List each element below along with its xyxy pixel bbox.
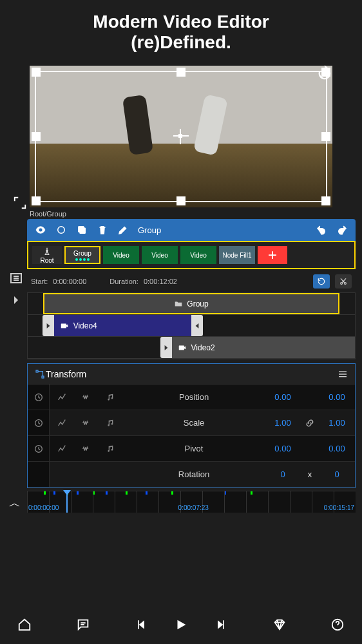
property-label: Scale [123, 418, 265, 428]
center-target-icon [173, 129, 189, 144]
value-x[interactable]: 0.00 [265, 444, 301, 453]
track-row-video2: Video2 [28, 337, 355, 359]
breadcrumb: Root/Group [0, 207, 362, 219]
layer-thumb-video-2[interactable]: Video [142, 246, 178, 264]
transform-anchor-icon[interactable] [34, 368, 46, 380]
clip-video2[interactable]: Video2 [172, 337, 355, 358]
wave-icon[interactable] [74, 444, 99, 454]
value-y[interactable]: 0.00 [319, 392, 355, 402]
svg-rect-2 [79, 227, 84, 232]
undo-icon[interactable] [316, 224, 327, 236]
wave-icon[interactable] [74, 418, 99, 428]
property-label: Position [123, 392, 265, 402]
track-row-group: Group [28, 293, 355, 315]
keyframe-toggle[interactable] [28, 410, 50, 435]
resize-handle-tl[interactable] [32, 68, 41, 77]
layer-thumb-nodefill[interactable]: Node Fill1 [219, 246, 255, 264]
keyframe-toggle[interactable] [28, 384, 50, 410]
track-row-video4: Video4 [28, 315, 355, 337]
svg-rect-8 [36, 370, 38, 372]
layer-thumb-video-1[interactable]: Video [103, 246, 139, 264]
clip-video4[interactable]: Video4 [54, 315, 191, 336]
keyframe-toggle[interactable] [28, 436, 50, 461]
ruler-time-1: 0:00:07:23 [178, 504, 209, 511]
panel-toggle-icon[interactable] [8, 270, 24, 286]
layer-strip: Root Group Video Video Video Node Fill1 … [27, 241, 356, 269]
duration-value[interactable]: 0:00:12:02 [144, 278, 177, 285]
start-value[interactable]: 0:00:00:00 [53, 278, 86, 285]
layer-thumb-group[interactable]: Group [64, 246, 100, 264]
timeline-tracks[interactable]: Group Video4 Video2 [27, 292, 356, 359]
value-y[interactable]: 0 [319, 469, 355, 479]
transform-row-scale: Scale 1.00 1.00 [28, 410, 355, 436]
cut-button[interactable] [335, 274, 352, 289]
menu-icon[interactable] [337, 368, 348, 380]
side-panel [6, 270, 26, 308]
clip-handle-left[interactable] [43, 315, 54, 336]
transform-row-position: Position 0.00 0.00 [28, 384, 355, 410]
graph-icon[interactable] [50, 392, 74, 402]
value-y[interactable]: 1.00 [319, 418, 355, 428]
edit-icon[interactable] [117, 224, 129, 236]
music-icon[interactable] [99, 392, 123, 402]
svg-point-4 [341, 283, 343, 285]
resize-handle-bm[interactable] [176, 196, 186, 205]
resize-handle-mr[interactable] [321, 132, 330, 141]
clip-handle-left[interactable] [160, 337, 172, 358]
copy-icon[interactable] [76, 224, 88, 236]
resize-handle-bl[interactable] [32, 196, 41, 205]
music-icon[interactable] [99, 418, 123, 428]
clip-handle-right[interactable] [191, 315, 203, 336]
reset-button[interactable] [313, 274, 330, 289]
toolbar: Group [27, 219, 356, 241]
start-label: Start: [31, 278, 48, 285]
group-label: Group [138, 225, 161, 235]
trash-icon[interactable] [97, 224, 108, 236]
svg-rect-9 [42, 376, 44, 378]
rotate-handle[interactable] [316, 64, 334, 82]
time-ruler[interactable]: 0:00:00:00 0:00:07:23 0:00:15:17 ︿ [27, 491, 356, 513]
step-forward-button[interactable] [207, 612, 235, 638]
fullscreen-icon[interactable] [13, 196, 27, 210]
home-button[interactable] [10, 612, 39, 638]
step-back-button[interactable] [127, 612, 155, 638]
svg-rect-6 [61, 323, 66, 328]
comment-button[interactable] [69, 612, 97, 638]
resize-handle-tm[interactable] [176, 68, 186, 77]
add-layer-button[interactable]: + [258, 246, 287, 264]
graph-icon[interactable] [50, 418, 74, 428]
link-icon[interactable] [301, 419, 319, 428]
expand-icon[interactable] [8, 292, 24, 308]
resize-handle-ml[interactable] [32, 132, 41, 141]
redo-icon[interactable] [336, 224, 348, 236]
music-icon[interactable] [99, 444, 123, 454]
ruler-time-2: 0:00:15:17 [324, 504, 354, 511]
transform-row-rotation: Rotation 0 x 0 [28, 462, 355, 488]
value-x[interactable]: 1.00 [265, 418, 301, 428]
duration-label: Duration: [110, 278, 138, 285]
value-x[interactable]: 0 [265, 469, 301, 479]
circle-icon[interactable] [55, 224, 67, 236]
play-button[interactable] [167, 612, 195, 638]
playhead[interactable] [66, 491, 68, 513]
visibility-icon[interactable] [35, 224, 46, 236]
value-x[interactable]: 0.00 [265, 392, 301, 402]
value-y[interactable]: 0.00 [319, 444, 355, 453]
timing-row: Start: 0:00:00:00 Duration: 0:00:12:02 [27, 272, 356, 291]
wave-icon[interactable] [74, 392, 99, 402]
clip-group[interactable]: Group [43, 293, 339, 314]
resize-handle-br[interactable] [321, 196, 330, 205]
transform-title: Transform [46, 369, 86, 379]
selection-rect[interactable] [35, 71, 327, 202]
premium-button[interactable] [265, 612, 294, 638]
transform-panel: Transform Position 0.00 0.00 Scale 1.00 … [27, 363, 356, 488]
property-label: Pivot [123, 444, 265, 453]
layer-thumb-video-3[interactable]: Video [180, 246, 216, 264]
root-button[interactable]: Root [32, 246, 62, 264]
svg-rect-7 [178, 345, 184, 350]
video-preview[interactable] [30, 66, 332, 207]
svg-point-5 [344, 283, 346, 285]
collapse-icon[interactable]: ︿ [9, 495, 21, 511]
help-button[interactable] [323, 612, 352, 638]
graph-icon[interactable] [50, 444, 74, 454]
